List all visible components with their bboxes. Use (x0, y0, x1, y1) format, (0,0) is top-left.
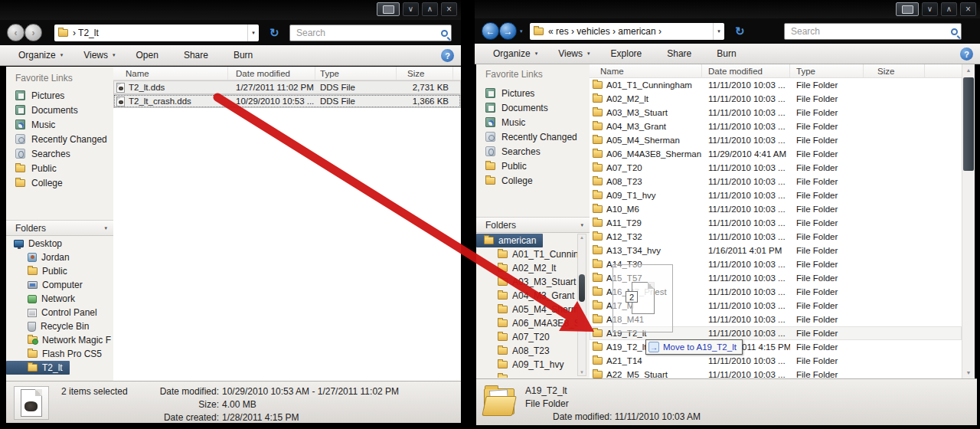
address-bar[interactable]: « res › vehicles › american › ▾ (530, 23, 724, 40)
file-row[interactable]: A22_M5_Stuart 11/11/2010 10:03 ... File … (590, 368, 962, 378)
toolbar-button[interactable]: Explore (599, 44, 655, 64)
minimize-button[interactable] (403, 2, 419, 16)
tree-item[interactable]: A08_T23 (476, 344, 557, 358)
refresh-icon[interactable]: ↻ (270, 27, 279, 38)
search-icon[interactable] (441, 30, 448, 37)
tree-item[interactable]: Jordan (6, 251, 77, 264)
list-scrollbar[interactable]: ▲ ▼ (962, 64, 975, 378)
scroll-up-icon[interactable]: ▲ (578, 235, 586, 240)
toolbar-button[interactable]: Burn (221, 45, 266, 65)
forward-button[interactable]: → (499, 22, 517, 40)
back-button[interactable]: ‹ (7, 24, 24, 41)
file-row[interactable]: T2_lt.dds 1/27/2011 11:02 PM DDS File 2,… (113, 80, 461, 94)
file-row[interactable]: A03_M3_Stuart 11/11/2010 10:03 ... File … (590, 106, 962, 120)
favorite-link[interactable]: Searches (6, 146, 113, 161)
tree-item[interactable]: A06_M4A3E8_Sh (476, 316, 590, 330)
favorite-link[interactable]: Music (476, 115, 590, 129)
history-dropdown-icon[interactable]: ▾ (520, 28, 523, 34)
search-box[interactable] (289, 25, 452, 41)
toolbar-button[interactable]: Organize ▾ (6, 45, 71, 65)
tree-item[interactable]: A01_T1_Cunning (476, 247, 590, 261)
favorite-link[interactable]: Recently Changed (6, 132, 113, 146)
favorite-link[interactable]: Public (476, 159, 590, 173)
address-dropdown-icon[interactable]: ▾ (713, 23, 724, 40)
tree-item[interactable]: A03_M3_Stuart (476, 275, 583, 289)
file-row[interactable]: A21_T14 11/11/2010 10:03 ... File Folder (590, 354, 962, 368)
file-row[interactable]: A09_T1_hvy 11/11/2010 10:03 ... File Fol… (590, 188, 962, 202)
file-row[interactable]: A05_M4_Sherman 11/11/2010 10:03 ... File… (590, 133, 962, 147)
folders-band[interactable]: Folders ▾ (6, 220, 113, 236)
tree-item[interactable]: A09_T1_hvy (476, 358, 570, 372)
refresh-icon[interactable]: ↻ (735, 25, 745, 37)
column-header-size[interactable]: Size (864, 64, 925, 77)
search-icon[interactable] (951, 28, 958, 35)
favorite-link[interactable]: College (476, 173, 590, 188)
file-row[interactable]: A10_M6 11/11/2010 10:03 ... File Folder (590, 202, 962, 216)
toolbar-button[interactable]: Share (172, 45, 221, 65)
tree-item[interactable]: Network (6, 292, 82, 306)
scroll-down-icon[interactable]: ▼ (578, 370, 586, 375)
column-header-type[interactable]: Type (790, 64, 864, 77)
favorite-link[interactable]: Public (6, 161, 113, 175)
tree-item[interactable]: Flash Pro CS5 (6, 347, 109, 361)
column-header-date[interactable]: Date modified (702, 64, 790, 77)
address-bar[interactable]: › T2_lt ▾ (54, 25, 259, 41)
favorite-link[interactable]: Pictures (476, 86, 590, 100)
tree-item[interactable]: T2_lt (6, 361, 70, 375)
help-icon[interactable]: ? (441, 49, 454, 62)
tree-item[interactable]: A02_M2_lt (476, 261, 563, 275)
favorite-link[interactable]: Searches (476, 144, 590, 159)
tree-item[interactable]: Control Panel (6, 306, 104, 319)
favorite-link[interactable]: Recently Changed (476, 129, 590, 144)
file-row[interactable]: A08_T23 11/11/2010 10:03 ... File Folder (590, 175, 962, 188)
close-button[interactable] (960, 2, 976, 16)
favorite-link[interactable]: College (6, 175, 113, 190)
file-row[interactable]: A07_T20 11/11/2010 10:03 ... File Folder (590, 161, 962, 175)
file-row[interactable]: A02_M2_lt 11/11/2010 10:03 ... File Fold… (590, 92, 962, 106)
minimize-button[interactable] (922, 2, 938, 16)
toolbar-button[interactable]: Burn (704, 44, 749, 64)
tree-item[interactable]: Network Magic F (6, 333, 113, 347)
tree-item[interactable]: A04_M3_Grant (476, 289, 581, 303)
tree-item[interactable]: Public (6, 264, 74, 278)
close-button[interactable] (441, 2, 457, 16)
tree-item[interactable]: Computer (6, 278, 90, 292)
tree-item[interactable]: A05_M4_Sherma (476, 303, 590, 316)
search-input[interactable] (296, 28, 441, 38)
breadcrumb[interactable]: › T2_lt (68, 28, 247, 38)
column-header-name[interactable]: Name (590, 64, 702, 77)
file-row[interactable]: A04_M3_Grant 11/11/2010 10:03 ... File F… (590, 120, 962, 133)
toolbar-button[interactable]: Share (655, 44, 704, 64)
favorite-link[interactable]: Music (6, 117, 113, 132)
column-header-name[interactable]: Name (113, 67, 228, 80)
column-header-date[interactable]: Date modified (228, 67, 315, 80)
column-header-size[interactable]: Size (397, 67, 453, 80)
tree-item[interactable] (476, 372, 519, 378)
help-icon[interactable]: ? (960, 47, 973, 61)
folders-band[interactable]: Folders ▾ (476, 217, 590, 233)
file-row[interactable]: A01_T1_Cunningham 11/11/2010 10:03 ... F… (590, 78, 962, 92)
tree-item[interactable]: american (476, 234, 543, 247)
back-button[interactable]: ← (482, 22, 499, 40)
toolbar-button[interactable]: Organize ▾ (481, 44, 546, 64)
favorite-link[interactable]: Documents (6, 103, 113, 117)
address-dropdown-icon[interactable]: ▾ (247, 25, 259, 41)
scroll-down-icon[interactable]: ▼ (962, 370, 975, 375)
maximize-button[interactable] (422, 2, 438, 16)
file-row[interactable]: A06_M4A3E8_Sherman 11/29/2010 4:41 AM Fi… (590, 147, 962, 161)
tree-scrollbar[interactable]: ▲ ▼ (577, 234, 586, 376)
scrollbar-thumb[interactable] (963, 77, 974, 171)
file-row[interactable]: T2_lt_crash.dds 10/29/2010 10:53 ... DDS… (113, 94, 461, 108)
maximize-button[interactable] (941, 2, 957, 16)
search-input[interactable] (791, 26, 951, 37)
toolbar-button[interactable]: Views ▾ (546, 44, 598, 64)
favorite-link[interactable]: Documents (476, 100, 590, 115)
file-row[interactable]: A11_T29 11/11/2010 10:03 ... File Folder (590, 216, 962, 230)
favorite-link[interactable]: Pictures (6, 88, 113, 103)
file-row[interactable]: A13_T34_hvy 1/16/2011 4:01 PM File Folde… (590, 244, 962, 257)
toolbar-button[interactable]: Open (124, 45, 172, 65)
screen-capture-icon[interactable] (377, 2, 400, 16)
scroll-up-icon[interactable]: ▲ (962, 67, 975, 73)
chevron-icon[interactable]: ▾ (104, 225, 107, 231)
search-box[interactable] (784, 23, 962, 40)
